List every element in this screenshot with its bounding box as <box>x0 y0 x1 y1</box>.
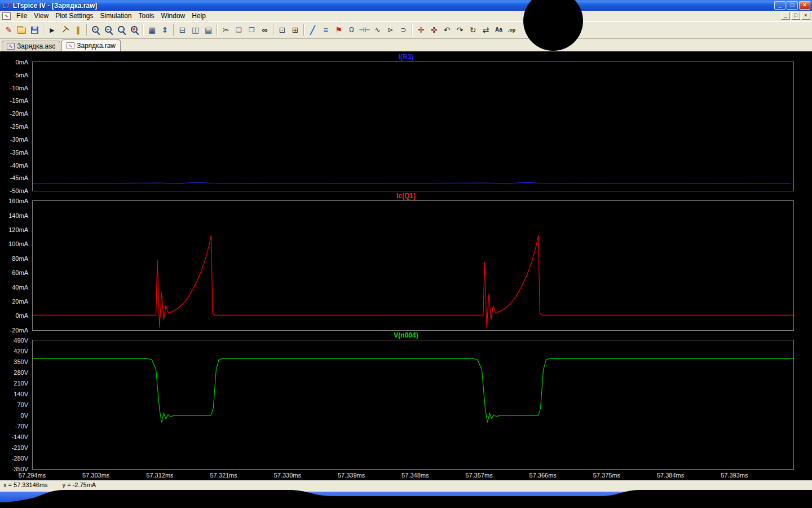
new-schematic-button[interactable]: ✎ <box>2 24 15 36</box>
run-button[interactable]: ▶ <box>46 24 59 36</box>
trace-label-ic-q1[interactable]: Ic(Q1) <box>0 192 812 200</box>
text-icon: Aa <box>495 27 502 33</box>
tile-vertical-icon: ◫ <box>192 26 199 34</box>
grid-button[interactable]: ▦ <box>145 24 158 36</box>
copy-button[interactable]: ❏ <box>232 24 245 36</box>
tab-label: Зарядка.raw <box>77 42 116 50</box>
component-icon: ⊃ <box>400 27 406 33</box>
pause-button[interactable]: ∥ <box>72 24 85 36</box>
menu-view[interactable]: View <box>30 11 52 21</box>
open-folder-icon <box>17 28 26 34</box>
undo-icon: ↶ <box>444 26 451 34</box>
text-button[interactable]: Aa <box>492 24 505 36</box>
halt-icon: ⊤ <box>60 25 70 36</box>
cursor-y-readout: y = -2.75mA <box>63 481 96 488</box>
y-axis-ic-q1: 160mA140mA120mA100mA80mA60mA40mA20mA0mA-… <box>1 201 30 330</box>
move-button[interactable]: ✛ <box>414 24 427 36</box>
find-button[interactable]: ∞ <box>258 24 271 36</box>
inductor-button[interactable]: ∿ <box>371 24 384 36</box>
zoom-full-button[interactable] <box>115 24 128 36</box>
maximize-button[interactable]: □ <box>787 1 798 10</box>
y-tick-label: -15mA <box>10 97 28 104</box>
trace-ic-q1 <box>33 201 793 330</box>
move-icon: ✛ <box>418 26 425 34</box>
zoom-in-button[interactable]: + <box>89 24 102 36</box>
taskbar[interactable] <box>0 489 812 508</box>
y-tick-label: -25mA <box>10 123 28 130</box>
menu-help[interactable]: Help <box>188 11 209 21</box>
zoom-back-button[interactable]: × <box>128 24 141 36</box>
inductor-icon: ∿ <box>374 27 380 33</box>
plot-box-ic-q1[interactable]: 160mA140mA120mA100mA80mA60mA40mA20mA0mA-… <box>32 200 794 330</box>
autorange-icon: ⇕ <box>162 26 169 34</box>
zoom-out-button[interactable]: − <box>102 24 115 36</box>
rotate-icon: ↻ <box>470 26 476 34</box>
wire-icon: ╱ <box>310 26 315 34</box>
x-tick-label: 57.294ms <box>19 472 46 479</box>
wire-button[interactable]: ╱ <box>306 24 319 36</box>
undo-button[interactable]: ↶ <box>440 24 453 36</box>
cut-button[interactable]: ✂ <box>219 24 232 36</box>
new-schematic-icon: ✎ <box>6 26 12 34</box>
mirror-button[interactable]: ⇄ <box>479 24 492 36</box>
print-preview-button[interactable]: ⊡ <box>276 24 289 36</box>
save-button[interactable] <box>28 24 41 36</box>
child-restore-button[interactable]: □ <box>791 12 800 20</box>
toolbar: ✎▶⊤∥+−×▦⇕⊟◫▤✂❏❒∞⊡⊞╱≡⚑Ω⊣⊢∿⊳⊃✛✜↶↷↻⇄Aa.op <box>0 21 812 39</box>
tile-horizontal-button[interactable]: ⊟ <box>176 24 189 36</box>
tab-Зарядка.asc[interactable]: ∿Зарядка.asc <box>2 41 60 51</box>
find-icon: ∞ <box>262 26 268 34</box>
ltspice-window: LT LTspice IV - [Зарядка.raw] _ □ × ∿ Fi… <box>0 0 812 508</box>
child-close-button[interactable]: × <box>801 12 810 20</box>
cursor-x-readout: x = 57.33146ms <box>3 481 48 488</box>
y-tick-label: 120mA <box>8 226 28 233</box>
menu-window[interactable]: Window <box>158 11 189 21</box>
tile-vertical-button[interactable]: ◫ <box>189 24 202 36</box>
child-minimize-button[interactable]: _ <box>781 12 790 20</box>
trace-i-r3 <box>33 62 793 191</box>
autorange-button[interactable]: ⇕ <box>158 24 171 36</box>
minimize-button[interactable]: _ <box>774 1 785 10</box>
capacitor-icon: ⊣⊢ <box>359 27 370 33</box>
tab-bar: ∿Зарядка.asc∿Зарядка.raw <box>0 39 812 51</box>
trace-label-i-r3[interactable]: I(R3) <box>0 53 812 62</box>
open-button[interactable] <box>15 24 28 36</box>
close-button[interactable]: × <box>799 1 810 10</box>
component-button[interactable]: ⊃ <box>397 24 410 36</box>
y-tick-label: 0mA <box>15 312 28 319</box>
document-icon: ∿ <box>2 12 11 20</box>
spice-directive-button[interactable]: .op <box>505 24 518 36</box>
paste-button[interactable]: ❒ <box>245 24 258 36</box>
y-tick-label: 100mA <box>8 240 28 247</box>
label-button[interactable]: ⚑ <box>332 24 345 36</box>
menu-plot-settings[interactable]: Plot Settings <box>52 11 96 21</box>
zoom-in-icon: + <box>92 26 99 33</box>
plot-box-v-n004[interactable]: 490V420V350V280V210V140V70V0V-70V-140V-2… <box>32 340 794 470</box>
drag-button[interactable]: ✜ <box>427 24 440 36</box>
child-window-controls: _ □ × <box>781 12 810 20</box>
print-button[interactable]: ⊞ <box>289 24 302 36</box>
zoom-full-icon <box>118 26 125 33</box>
pane-i-r3: I(R3) 0mA-5mA-10mA-15mA-20mA-25mA-30mA-3… <box>0 53 812 192</box>
cascade-button[interactable]: ▤ <box>202 24 215 36</box>
ground-button[interactable]: ≡ <box>319 24 332 36</box>
x-tick-label: 57.366ms <box>529 472 557 479</box>
rotate-button[interactable]: ↻ <box>466 24 479 36</box>
trace-label-v-n004[interactable]: V(n004) <box>0 331 812 340</box>
menu-tools[interactable]: Tools <box>135 11 158 21</box>
x-tick-label: 57.321ms <box>210 472 237 479</box>
cascade-icon: ▤ <box>205 26 212 34</box>
tab-Зарядка.raw[interactable]: ∿Зарядка.raw <box>61 40 121 51</box>
plot-box-i-r3[interactable]: 0mA-5mA-10mA-15mA-20mA-25mA-30mA-35mA-40… <box>32 62 794 191</box>
menu-simulation[interactable]: Simulation <box>97 11 135 21</box>
diode-button[interactable]: ⊳ <box>384 24 397 36</box>
y-tick-label: 80mA <box>12 255 28 262</box>
y-tick-label: 40mA <box>12 284 28 291</box>
trace-v-n004 <box>33 340 793 469</box>
resistor-button[interactable]: Ω <box>345 24 358 36</box>
redo-button[interactable]: ↷ <box>453 24 466 36</box>
x-tick-label: 57.312ms <box>146 472 173 479</box>
menu-file[interactable]: File <box>13 11 30 21</box>
capacitor-button[interactable]: ⊣⊢ <box>358 24 371 36</box>
halt-button[interactable]: ⊤ <box>59 24 72 36</box>
